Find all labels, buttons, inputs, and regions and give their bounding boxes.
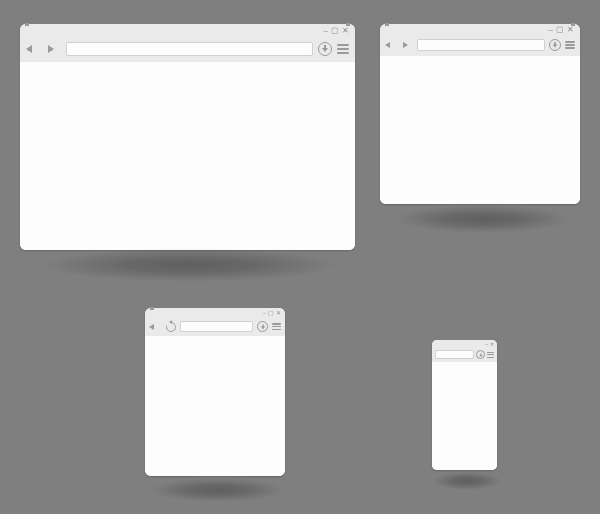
forward-icon[interactable] bbox=[48, 45, 54, 53]
url-input[interactable] bbox=[435, 350, 474, 359]
minimize-button[interactable]: – bbox=[549, 26, 553, 34]
browser-window-desktop-large: – ▢ ✕ bbox=[20, 24, 355, 250]
close-button[interactable]: ✕ bbox=[342, 27, 349, 35]
back-icon[interactable] bbox=[149, 324, 154, 330]
back-icon[interactable] bbox=[385, 42, 390, 48]
minimize-button[interactable]: – bbox=[485, 340, 488, 348]
close-button[interactable]: ✕ bbox=[567, 26, 574, 34]
close-button[interactable]: ✕ bbox=[276, 309, 281, 317]
refresh-icon[interactable] bbox=[164, 320, 178, 334]
forward-icon[interactable] bbox=[403, 42, 408, 48]
toolbar bbox=[380, 36, 580, 56]
download-icon[interactable] bbox=[476, 350, 485, 359]
back-icon[interactable] bbox=[26, 45, 32, 53]
title-bar: – ▢ ✕ bbox=[145, 308, 285, 318]
maximize-button[interactable]: ▢ bbox=[268, 309, 274, 317]
menu-icon[interactable] bbox=[272, 323, 281, 330]
menu-icon[interactable] bbox=[565, 41, 575, 49]
download-icon[interactable] bbox=[318, 42, 332, 56]
window-shadow bbox=[432, 472, 502, 490]
maximize-button[interactable]: ▢ bbox=[331, 27, 339, 35]
download-icon[interactable] bbox=[549, 39, 561, 51]
content-area bbox=[432, 362, 497, 470]
content-area bbox=[145, 336, 285, 476]
content-area bbox=[20, 62, 355, 250]
menu-icon[interactable] bbox=[487, 352, 494, 358]
title-bar: – ▢ ✕ bbox=[380, 24, 580, 36]
minimize-button[interactable]: – bbox=[324, 27, 328, 35]
url-input[interactable] bbox=[180, 321, 253, 332]
close-button[interactable]: ✕ bbox=[490, 340, 494, 348]
window-shadow bbox=[395, 205, 570, 233]
browser-window-desktop-medium: – ▢ ✕ bbox=[380, 24, 580, 204]
url-input[interactable] bbox=[66, 42, 313, 56]
title-bar: – ▢ ✕ bbox=[20, 24, 355, 38]
url-input[interactable] bbox=[417, 39, 545, 51]
minimize-button[interactable]: – bbox=[263, 309, 266, 317]
menu-icon[interactable] bbox=[337, 44, 349, 54]
content-area bbox=[380, 56, 580, 204]
maximize-button[interactable]: ▢ bbox=[556, 26, 564, 34]
toolbar bbox=[20, 38, 355, 62]
window-shadow bbox=[40, 248, 340, 282]
title-bar: – ✕ bbox=[432, 340, 497, 348]
window-shadow bbox=[150, 478, 285, 502]
toolbar bbox=[145, 318, 285, 336]
toolbar bbox=[432, 348, 497, 362]
browser-window-phone: – ✕ bbox=[432, 340, 497, 470]
browser-window-tablet: – ▢ ✕ bbox=[145, 308, 285, 476]
download-icon[interactable] bbox=[257, 321, 268, 332]
